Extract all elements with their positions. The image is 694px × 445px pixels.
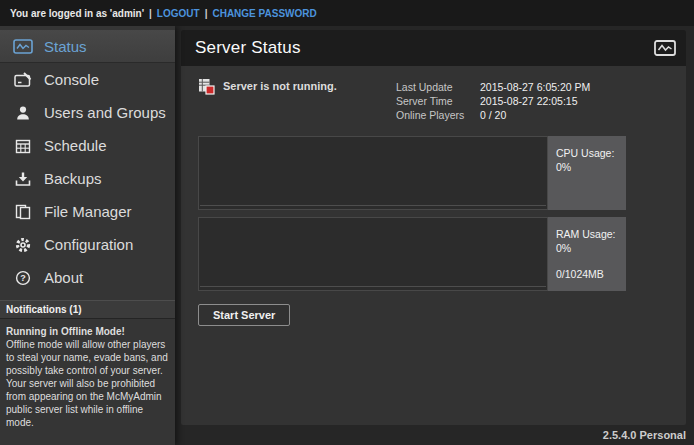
sidebar-item-label: Schedule xyxy=(44,137,107,154)
sidebar-item-schedule[interactable]: Schedule xyxy=(0,129,175,162)
cpu-usage-label: CPU Usage: 0% xyxy=(548,136,626,210)
sidebar-menu: Status Console Users and Groups xyxy=(0,26,175,294)
stat-label: Last Update xyxy=(396,80,480,94)
stat-value: 2015-08-27 6:05:20 PM xyxy=(480,80,590,94)
status-chart-icon xyxy=(12,37,34,55)
status-row: Server is not running. Last Update 2015-… xyxy=(198,80,669,122)
footer: 2.5.4.0 Personal xyxy=(175,425,694,445)
sidebar-item-label: Status xyxy=(44,38,87,55)
server-stats: Last Update 2015-08-27 6:05:20 PM Server… xyxy=(396,80,614,122)
separator: | xyxy=(149,8,152,19)
sidebar-item-label: Configuration xyxy=(44,236,133,253)
ram-usage-row: RAM Usage: 0% 0/1024MB xyxy=(198,217,626,291)
stat-row: Last Update 2015-08-27 6:05:20 PM xyxy=(396,80,614,94)
ram-usage-title: RAM Usage: xyxy=(556,227,618,241)
status-chart-icon xyxy=(654,40,676,56)
backups-download-icon xyxy=(12,170,34,188)
stat-value: 2015-08-27 22:05:15 xyxy=(480,94,578,108)
ram-usage-amount: 0/1024MB xyxy=(556,267,618,281)
server-status-panel: Server Status xyxy=(181,30,686,425)
topbar: You are logged in as 'admin' | LOGOUT | … xyxy=(0,0,694,26)
stat-value: 0 / 20 xyxy=(480,108,506,122)
sidebar-item-label: File Manager xyxy=(44,203,132,220)
stat-label: Online Players xyxy=(396,108,480,122)
sidebar-item-configuration[interactable]: Configuration xyxy=(0,228,175,261)
change-password-link[interactable]: CHANGE PASSWORD xyxy=(212,8,316,19)
ram-usage-value: 0% xyxy=(556,241,618,255)
console-icon xyxy=(12,71,34,89)
cpu-usage-row: CPU Usage: 0% xyxy=(198,136,626,210)
sidebar-item-label: Backups xyxy=(44,170,102,187)
version-label: 2.5.4.0 Personal xyxy=(603,429,686,441)
notification-text: Offline mode will allow other players to… xyxy=(6,339,168,428)
sidebar-item-label: About xyxy=(44,269,83,286)
notification-title: Running in Offline Mode! xyxy=(6,325,169,338)
chart-baseline xyxy=(200,205,546,206)
gear-icon xyxy=(12,236,34,254)
ram-usage-label: RAM Usage: 0% 0/1024MB xyxy=(548,217,626,291)
sidebar-item-label: Console xyxy=(44,71,99,88)
separator: | xyxy=(205,8,208,19)
stat-row: Online Players 0 / 20 xyxy=(396,108,614,122)
panel-title: Server Status xyxy=(195,38,301,58)
about-question-icon: ? xyxy=(12,269,34,287)
stat-row: Server Time 2015-08-27 22:05:15 xyxy=(396,94,614,108)
sidebar-item-label: Users and Groups xyxy=(44,104,166,121)
sidebar-item-status[interactable]: Status xyxy=(0,30,175,63)
stat-label: Server Time xyxy=(396,94,480,108)
cpu-usage-title: CPU Usage: xyxy=(556,146,618,160)
server-state: Server is not running. xyxy=(198,80,337,122)
cpu-usage-chart xyxy=(198,136,548,210)
sidebar-item-backups[interactable]: Backups xyxy=(0,162,175,195)
panel-header: Server Status xyxy=(181,30,686,66)
sidebar-item-file-manager[interactable]: File Manager xyxy=(0,195,175,228)
users-icon xyxy=(12,104,34,122)
server-state-message: Server is not running. xyxy=(223,80,337,92)
notifications-body: Running in Offline Mode! Offline mode wi… xyxy=(0,319,175,429)
sidebar-item-about[interactable]: ? About xyxy=(0,261,175,294)
schedule-calendar-icon xyxy=(12,137,34,155)
notifications-header: Notifications (1) xyxy=(0,300,175,319)
panel-body: Server is not running. Last Update 2015-… xyxy=(181,66,686,326)
server-stopped-icon xyxy=(198,78,215,95)
sidebar-item-users-and-groups[interactable]: Users and Groups xyxy=(0,96,175,129)
sidebar-item-console[interactable]: Console xyxy=(0,63,175,96)
ram-usage-chart xyxy=(198,217,548,291)
chart-baseline xyxy=(200,286,546,287)
cpu-usage-value: 0% xyxy=(556,160,618,174)
main-area: Server Status xyxy=(175,26,694,445)
logout-link[interactable]: LOGOUT xyxy=(157,8,200,19)
logged-in-text: You are logged in as 'admin' xyxy=(10,8,144,19)
start-server-button[interactable]: Start Server xyxy=(198,304,290,326)
file-manager-icon xyxy=(12,203,34,221)
svg-text:?: ? xyxy=(20,273,26,283)
sidebar: Status Console Users and Groups xyxy=(0,26,175,445)
